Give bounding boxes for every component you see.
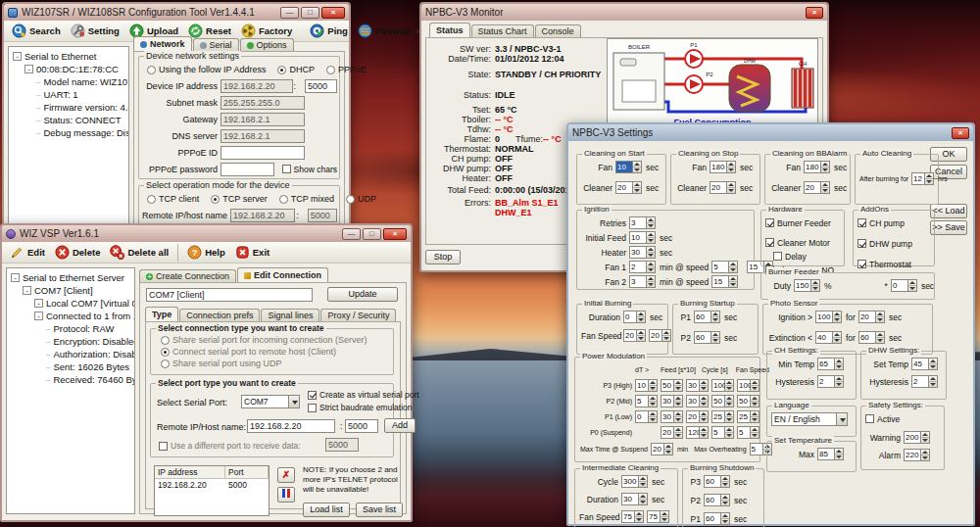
tree-item-serial-to-ethernet[interactable]: -Serial to Ethernet	[11, 50, 126, 63]
spinner-down-icon[interactable]	[921, 455, 929, 460]
titlebar-npbc-monitor[interactable]: NPBC-V3 Monitor	[421, 4, 827, 21]
spinner-value[interactable]: 180	[804, 161, 821, 173]
titlebar-npbc-settings[interactable]: NPBC-V3 Settings	[568, 124, 973, 141]
tree-item-received-76460-bytes[interactable]: –Received: 76460 Bytes	[9, 373, 132, 386]
spinner-down-icon[interactable]	[751, 386, 759, 391]
spinner-value[interactable]: 20	[710, 181, 727, 194]
spinner-value[interactable]: 5	[737, 426, 751, 439]
spinner-value[interactable]: 30	[686, 379, 700, 392]
spinner-arrows[interactable]	[725, 395, 734, 407]
tree-expand-icon[interactable]: -	[23, 286, 31, 295]
spinner-down-icon[interactable]	[811, 286, 819, 291]
radio-icon[interactable]	[326, 66, 335, 74]
spinner-down-icon[interactable]	[921, 438, 929, 443]
close-button[interactable]	[952, 127, 969, 139]
spinner-value[interactable]: 10	[629, 231, 647, 244]
spinner-down-icon[interactable]	[835, 455, 843, 459]
spinner-arrows[interactable]	[637, 329, 646, 342]
spinner-arrows[interactable]	[637, 311, 646, 323]
maximize-button[interactable]	[363, 228, 381, 240]
spinner-down-icon[interactable]	[700, 402, 708, 407]
spinner-down-icon[interactable]	[647, 282, 655, 287]
ip-port-list[interactable]: IP address Port 192.168.2.20 5000	[154, 465, 270, 516]
radio-udp[interactable]: UDP	[346, 194, 376, 204]
spinner-value[interactable]: 5	[635, 395, 649, 407]
toolbar-button-delete[interactable]: Delete	[51, 244, 105, 261]
spinner-down-icon[interactable]	[751, 417, 759, 422]
spinner-value[interactable]: 50	[737, 395, 751, 407]
spinner-value[interactable]: 25	[711, 410, 725, 423]
spinner-down-icon[interactable]	[729, 282, 737, 287]
spinner-down-icon[interactable]	[835, 364, 843, 369]
tree-item-model-name-wiz107sr[interactable]: –Model name: WIZ107SR	[11, 75, 126, 88]
clear-list-button[interactable]	[277, 487, 295, 503]
spinner-arrows[interactable]	[833, 331, 842, 344]
spinner-value[interactable]: 0	[891, 279, 908, 292]
spinner-value[interactable]: 15	[711, 275, 729, 288]
titlebar-config-tool[interactable]: WIZ107SR / WIZ108SR Configuration Tool V…	[4, 4, 349, 21]
spinner-arrows[interactable]	[751, 410, 760, 423]
radio-tcp-server[interactable]: TCP server	[211, 194, 267, 204]
spinner-down-icon[interactable]	[674, 433, 682, 438]
spinner-arrows[interactable]	[647, 275, 656, 288]
save-settings-button[interactable]: >> Save	[930, 220, 967, 235]
tree-item-sent-16026-bytes[interactable]: –Sent: 16026 Bytes	[9, 360, 132, 373]
spinner-down-icon[interactable]	[633, 188, 641, 193]
tree-item-status-connect[interactable]: –Status: CONNECT	[11, 114, 126, 126]
spinner-down-icon[interactable]	[721, 519, 729, 524]
load-settings-button[interactable]: << Load	[930, 204, 967, 218]
spinner-value[interactable]: 3	[629, 275, 647, 288]
spinner-value[interactable]: 20	[661, 426, 674, 439]
spinner-down-icon[interactable]	[725, 417, 733, 422]
spinner-arrows[interactable]	[876, 331, 885, 344]
spinner-down-icon[interactable]	[711, 317, 719, 322]
spinner-value[interactable]: 75	[621, 510, 635, 523]
spinner-down-icon[interactable]	[649, 386, 657, 391]
checkbox-burner-feeder[interactable]: Burner Feeder	[765, 218, 831, 228]
spinner-value[interactable]: 200	[904, 431, 921, 444]
spinner-down-icon[interactable]	[721, 482, 729, 487]
spinner-arrows[interactable]	[833, 311, 842, 323]
device-ip-address-port-input[interactable]: 5000	[305, 79, 337, 93]
spinner-value[interactable]: 85	[817, 448, 835, 460]
spinner-arrows[interactable]	[908, 279, 917, 292]
spinner-down-icon[interactable]	[751, 433, 759, 438]
spinner-arrows[interactable]	[725, 426, 734, 439]
tab-signal-lines[interactable]: Signal lines	[261, 309, 319, 321]
spinner-arrows[interactable]	[727, 161, 736, 173]
spinner-value[interactable]: 100	[711, 379, 725, 392]
spinner-arrows[interactable]	[649, 410, 658, 423]
add-button[interactable]: Add	[384, 418, 416, 433]
spinner-value[interactable]: 100	[737, 379, 751, 392]
radio-dhcp[interactable]: DHCP	[277, 65, 315, 74]
save-list-button[interactable]: Save list	[356, 503, 403, 517]
checkbox-active[interactable]: Active	[865, 414, 900, 424]
spinner-value[interactable]: 3	[629, 216, 647, 229]
tree-item-local-com7-virtual-0[interactable]: -Local COM7 [Virtual 0]	[9, 297, 132, 310]
close-button[interactable]	[321, 7, 345, 19]
spinner-arrows[interactable]	[725, 379, 734, 392]
spinner-down-icon[interactable]	[727, 188, 735, 193]
spinner-value[interactable]: 60	[704, 512, 721, 525]
spinner-value[interactable]: 220	[904, 449, 921, 461]
spinner-value[interactable]: 180	[710, 161, 727, 173]
spinner-down-icon[interactable]	[725, 433, 733, 438]
spinner-arrows[interactable]	[635, 510, 644, 523]
spinner-value[interactable]: 20	[686, 410, 700, 423]
spinner-arrows[interactable]	[729, 275, 738, 288]
spinner-value[interactable]: 0	[635, 410, 649, 423]
spinner-arrows[interactable]	[725, 410, 734, 423]
radio-icon[interactable]	[161, 359, 170, 368]
spinner-down-icon[interactable]	[821, 188, 829, 193]
spinner-down-icon[interactable]	[674, 402, 682, 407]
spinner-arrows[interactable]	[721, 494, 730, 506]
spinner-down-icon[interactable]	[835, 382, 843, 387]
spinner-down-icon[interactable]	[700, 386, 708, 391]
spinner-down-icon[interactable]	[876, 338, 884, 343]
device-ip-address-input[interactable]: 192.168.2.20	[220, 79, 293, 93]
spinner-arrows[interactable]	[674, 395, 683, 407]
remote-ip-input[interactable]: 192.168.2.20	[247, 419, 335, 433]
spinner-arrows[interactable]	[661, 510, 669, 523]
spinner-arrows[interactable]	[835, 375, 844, 388]
spinner-value[interactable]: 25	[737, 410, 751, 423]
